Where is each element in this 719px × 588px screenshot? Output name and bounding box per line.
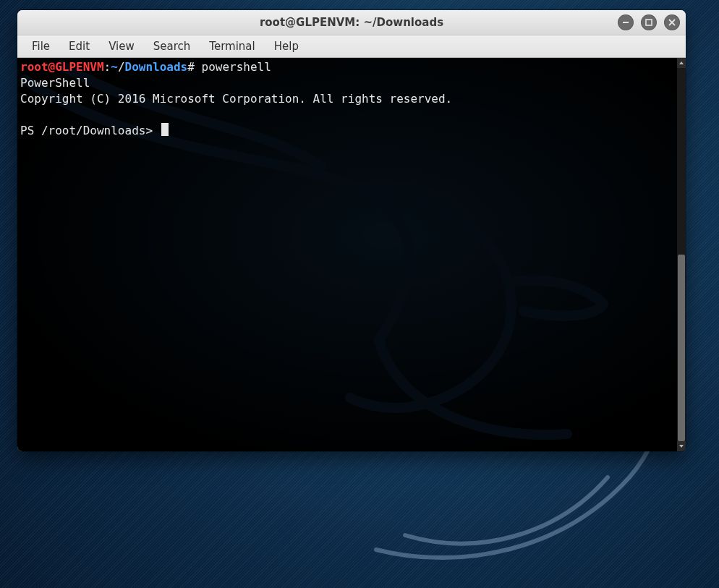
prompt-tilde: ~ <box>111 60 118 74</box>
menu-file[interactable]: File <box>23 38 59 55</box>
close-button[interactable] <box>664 14 680 30</box>
terminal-viewport[interactable]: root@GLPENVM:~/Downloads# powershell Pow… <box>17 58 686 451</box>
ps-prompt: PS /root/Downloads> <box>20 124 153 137</box>
menu-view[interactable]: View <box>100 38 143 55</box>
window-title: root@GLPENVM: ~/Downloads <box>260 16 443 29</box>
terminal-scrollbar[interactable] <box>677 58 686 451</box>
maximize-icon <box>644 18 653 27</box>
scroll-up-button[interactable] <box>677 58 686 68</box>
output-line-2: Copyright (C) 2016 Microsoft Corporation… <box>20 92 452 106</box>
svg-rect-0 <box>623 22 629 23</box>
terminal-output[interactable]: root@GLPENVM:~/Downloads# powershell Pow… <box>17 58 686 140</box>
menubar: File Edit View Search Terminal Help <box>17 35 686 58</box>
titlebar[interactable]: root@GLPENVM: ~/Downloads <box>17 10 686 35</box>
menu-edit[interactable]: Edit <box>60 38 98 55</box>
scroll-down-button[interactable] <box>677 441 686 451</box>
prompt-hash: # <box>187 60 195 74</box>
window-controls <box>618 14 680 30</box>
minimize-icon <box>621 18 630 27</box>
output-line-1: PowerShell <box>20 76 90 90</box>
minimize-button[interactable] <box>618 14 634 30</box>
menu-search[interactable]: Search <box>145 38 200 55</box>
prompt-user: root@GLPENVM <box>20 60 104 74</box>
chevron-down-icon <box>678 443 684 449</box>
menu-help[interactable]: Help <box>265 38 307 55</box>
command-text: powershell <box>202 60 271 74</box>
chevron-up-icon <box>678 60 684 66</box>
prompt-dir: Downloads <box>125 60 188 74</box>
prompt-slash: / <box>118 60 125 74</box>
desktop-background: root@GLPENVM: ~/Downloads File Edit <box>0 0 719 588</box>
svg-rect-1 <box>646 20 652 25</box>
maximize-button[interactable] <box>641 14 657 30</box>
terminal-window: root@GLPENVM: ~/Downloads File Edit <box>17 10 686 451</box>
menu-terminal[interactable]: Terminal <box>200 38 263 55</box>
close-icon <box>668 18 676 27</box>
prompt-sep: : <box>104 60 111 74</box>
cursor <box>161 123 169 136</box>
scroll-thumb[interactable] <box>678 255 685 441</box>
